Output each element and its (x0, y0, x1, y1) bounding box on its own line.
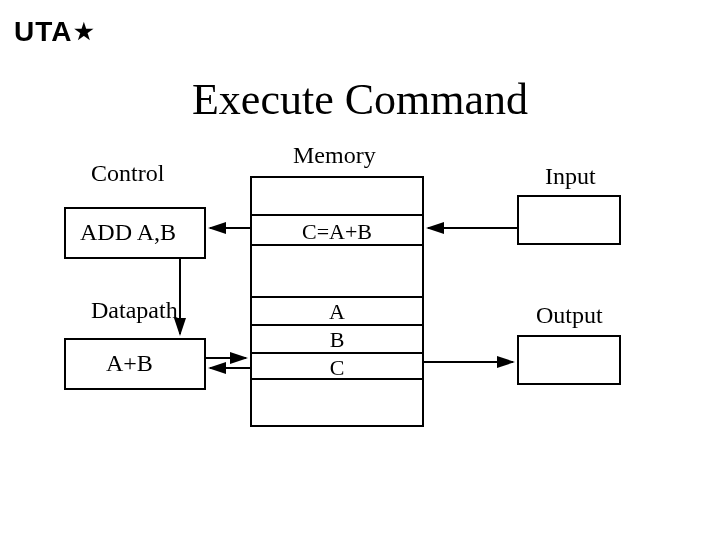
memory-box: C=A+B A B C (250, 176, 424, 427)
memory-row-c-text: C (252, 355, 422, 381)
memory-label: Memory (293, 142, 376, 169)
memory-row-a: A (252, 296, 422, 324)
page-title: Execute Command (0, 74, 720, 125)
input-label: Input (545, 163, 596, 190)
input-box (517, 195, 621, 245)
logo-star-icon: ★ (74, 21, 95, 43)
output-label: Output (536, 302, 603, 329)
datapath-box-text: A+B (106, 350, 153, 377)
memory-row-instr: C=A+B (252, 214, 422, 246)
datapath-label: Datapath (91, 297, 178, 324)
logo-text: UTA (14, 16, 72, 48)
uta-logo: UTA ★ (14, 16, 95, 48)
memory-row-c: C (252, 352, 422, 380)
control-label: Control (91, 160, 164, 187)
output-box (517, 335, 621, 385)
memory-row-a-text: A (252, 299, 422, 325)
control-box-text: ADD A,B (80, 219, 176, 246)
memory-row-b-text: B (252, 327, 422, 353)
datapath-box: A+B (64, 338, 206, 390)
control-box: ADD A,B (64, 207, 206, 259)
memory-row-b: B (252, 324, 422, 352)
memory-instr-text: C=A+B (252, 219, 422, 245)
